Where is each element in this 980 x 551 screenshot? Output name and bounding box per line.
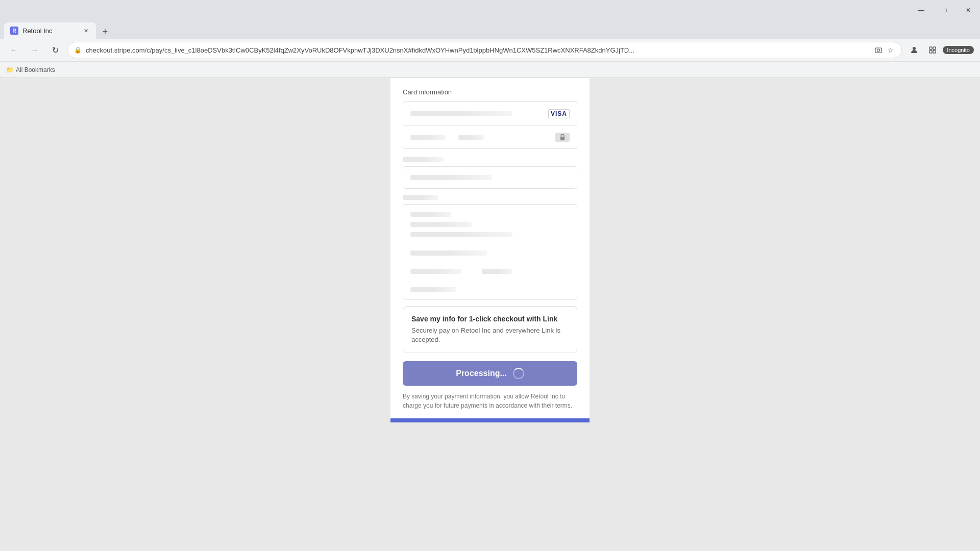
address-bar[interactable]: 🔒 checkout.stripe.com/c/pay/cs_live_c1l8… <box>67 42 902 58</box>
bookmark-icon[interactable]: ☆ <box>886 45 895 55</box>
svg-rect-6 <box>933 51 936 53</box>
name-input-box <box>403 166 577 189</box>
bookmarks-bar: 📁 All Bookmarks <box>0 61 980 78</box>
screenshot-icon[interactable] <box>874 45 883 55</box>
maximize-button[interactable]: □ <box>933 0 957 20</box>
addr-shimmer-5a <box>410 269 461 274</box>
active-tab[interactable]: Retool Inc ✕ <box>4 22 96 39</box>
back-button[interactable]: ← <box>6 42 22 58</box>
stripe-bottom-bar <box>390 418 590 422</box>
svg-point-1 <box>877 49 880 52</box>
card-number-shimmer <box>410 111 512 116</box>
tab-close-button[interactable]: ✕ <box>82 27 90 35</box>
tabs-bar: Retool Inc ✕ + <box>0 20 980 39</box>
stripe-checkout-form: Card information VISA <box>390 78 590 422</box>
card-fields-box: VISA <box>403 101 577 149</box>
svg-point-2 <box>913 47 916 50</box>
lock-chip <box>555 133 570 142</box>
profile-button[interactable] <box>906 42 922 58</box>
addr-shimmer-row-5 <box>410 269 570 274</box>
card-number-row: VISA <box>403 102 577 126</box>
address-label-shimmer <box>403 195 438 200</box>
address-fields <box>403 205 577 299</box>
loading-spinner <box>513 368 524 379</box>
addr-shimmer-2 <box>410 222 472 227</box>
refresh-icon: ↻ <box>52 45 59 55</box>
svg-rect-4 <box>933 47 936 49</box>
card-expiry-row <box>403 126 577 148</box>
new-tab-button[interactable]: + <box>98 24 112 39</box>
processing-button[interactable]: Processing... <box>403 361 577 386</box>
card-info-section: Card information VISA <box>390 78 590 157</box>
window-controls: — □ ✕ <box>910 0 980 20</box>
addr-shimmer-5b <box>482 269 512 274</box>
cvc-shimmer <box>458 135 484 140</box>
addr-shimmer-1 <box>410 212 451 217</box>
nav-bar: ← → ↻ 🔒 checkout.stripe.com/c/pay/cs_liv… <box>0 39 980 61</box>
address-box <box>403 204 577 300</box>
name-shimmer <box>410 175 492 180</box>
name-field-section <box>390 157 590 195</box>
incognito-badge[interactable]: Incognito <box>943 46 974 54</box>
svg-rect-5 <box>929 51 932 53</box>
address-section <box>390 195 590 306</box>
maximize-icon: □ <box>943 7 946 14</box>
url-text: checkout.stripe.com/c/pay/cs_live_c1l8oe… <box>86 46 870 54</box>
close-icon: ✕ <box>966 7 971 14</box>
svg-rect-3 <box>929 47 932 49</box>
nav-right-buttons: Incognito <box>906 42 974 58</box>
forward-button[interactable]: → <box>27 42 43 58</box>
page-content: Card information VISA <box>0 78 980 551</box>
tab-title: Retool Inc <box>22 27 78 35</box>
lock-icon-area <box>555 133 570 142</box>
svg-rect-0 <box>875 48 881 53</box>
close-button[interactable]: ✕ <box>957 0 980 20</box>
tab-favicon <box>10 27 18 35</box>
browser-chrome: — □ ✕ Retool Inc ✕ + ← → ↻ 🔒 <box>0 0 980 78</box>
bookmarks-label: All Bookmarks <box>16 66 55 73</box>
forward-icon: → <box>31 45 39 55</box>
visa-badge: VISA <box>548 109 570 118</box>
expiry-shimmer <box>410 135 446 140</box>
addr-shimmer-4 <box>410 251 487 256</box>
minimize-button[interactable]: — <box>910 0 933 20</box>
link-save-desc: Securely pay on Retool Inc and everywher… <box>411 326 569 344</box>
minimize-icon: — <box>918 7 924 14</box>
svg-rect-7 <box>560 137 565 140</box>
terms-text: By saving your payment information, you … <box>390 392 590 418</box>
processing-label: Processing... <box>456 369 507 378</box>
extensions-button[interactable] <box>924 42 941 58</box>
card-info-label: Card information <box>403 88 577 96</box>
title-bar: — □ ✕ <box>0 0 980 20</box>
address-icons: ☆ <box>874 45 895 55</box>
name-label-shimmer <box>403 157 444 162</box>
processing-section: Processing... <box>390 361 590 392</box>
back-icon: ← <box>10 45 18 55</box>
link-save-section: Save my info for 1-click checkout with L… <box>403 306 577 353</box>
addr-shimmer-6 <box>410 287 456 292</box>
link-save-title: Save my info for 1-click checkout with L… <box>411 315 569 323</box>
refresh-button[interactable]: ↻ <box>47 42 63 58</box>
lock-icon: 🔒 <box>74 46 82 54</box>
addr-shimmer-3 <box>410 232 512 237</box>
